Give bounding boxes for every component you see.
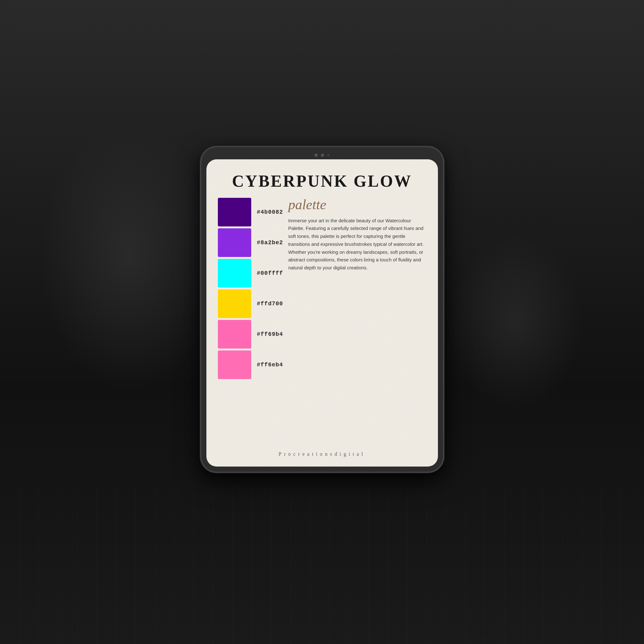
swatch-row-6: #ff6eb4 (218, 350, 283, 379)
hex-label-2: #8a2be2 (257, 239, 283, 246)
swatch-row-3: #00ffff (218, 259, 283, 287)
swatch-yellow (218, 289, 251, 318)
tablet-device: CYBERPUNK GLOW #4b0082 #8a2be2 #00ffff (201, 147, 443, 472)
hex-label-4: #ffd700 (257, 301, 283, 307)
hex-label-5: #ff69b4 (257, 331, 283, 337)
palette-description: Immerse your art in the delicate beauty … (288, 217, 426, 272)
swatch-purple (218, 228, 251, 257)
camera-dot (315, 154, 318, 157)
palette-word: palette (288, 198, 426, 212)
swatches-column: #4b0082 #8a2be2 #00ffff #ffd700 #ff69b4 (218, 198, 283, 445)
hex-label-6: #ff6eb4 (257, 362, 283, 368)
hex-label-3: #00ffff (257, 270, 283, 276)
hex-label-1: #4b0082 (257, 209, 283, 215)
tablet-screen: CYBERPUNK GLOW #4b0082 #8a2be2 #00ffff (206, 159, 438, 467)
swatch-cyan (218, 259, 251, 287)
sensor-dot (327, 154, 329, 156)
swatch-row-5: #ff69b4 (218, 320, 283, 349)
content-area: #4b0082 #8a2be2 #00ffff #ffd700 #ff69b4 (218, 198, 426, 445)
footer-brand: Procreationsdigital (279, 451, 365, 457)
camera-dot-2 (321, 154, 324, 157)
description-column: palette Immerse your art in the delicate… (288, 198, 426, 445)
tablet-top-bar (206, 152, 438, 159)
swatch-row-2: #8a2be2 (218, 228, 283, 257)
table-surface (0, 485, 644, 644)
swatch-hotpink (218, 320, 251, 349)
swatch-pink (218, 350, 251, 379)
palette-title: CYBERPUNK GLOW (232, 172, 412, 190)
swatch-row-1: #4b0082 (218, 198, 283, 226)
swatch-row-4: #ffd700 (218, 289, 283, 318)
swatch-indigo (218, 198, 251, 226)
